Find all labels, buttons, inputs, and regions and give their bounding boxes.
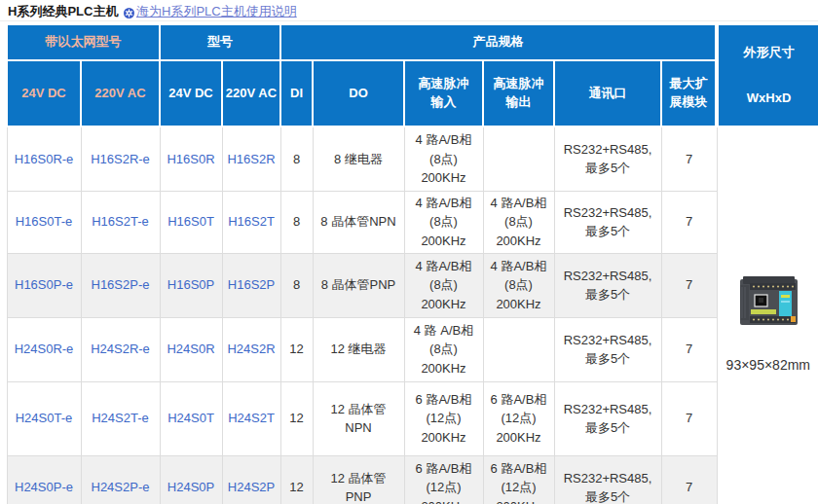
- model-link-eth-220v[interactable]: H16S2T-e: [81, 191, 160, 253]
- model-link-eth-220v[interactable]: H16S2R-e: [81, 126, 160, 191]
- comm-cell: RS232+RS485, 最多5个: [554, 253, 661, 317]
- model-link-220v[interactable]: H16S2T: [222, 191, 280, 253]
- max-expand-cell: 7: [661, 253, 717, 317]
- model-link-220v[interactable]: H16S2R: [222, 126, 280, 191]
- page: H系列经典PLC主机 海为H系列PLC主机使用说明: [0, 0, 818, 504]
- table-row: H16S0T-e H16S2T-e H16S0T H16S2T 8 8 晶体管N…: [7, 191, 818, 253]
- do-cell: 8 晶体管PNP: [313, 253, 404, 317]
- col-header-pulse-output: 高速脉冲 输出: [483, 60, 554, 127]
- max-expand-cell: 7: [661, 126, 717, 191]
- col-header-do: DO: [313, 60, 404, 127]
- model-link-eth-24v[interactable]: H16S0T-e: [7, 191, 81, 253]
- page-title: H系列经典PLC主机: [8, 3, 118, 20]
- pulse-out-cell: 4 路A/B相 (8点) 200KHz: [483, 253, 554, 317]
- di-cell: 8: [280, 191, 313, 253]
- col-header-pulse-input: 高速脉冲 输入: [404, 60, 483, 127]
- model-link-eth-24v[interactable]: H24S0T-e: [7, 381, 81, 455]
- table-row: H24S0T-e H24S2T-e H24S0T H24S2T 12 12 晶体…: [7, 381, 818, 455]
- model-link-24v[interactable]: H16S0R: [160, 126, 222, 191]
- comm-cell: RS232+RS485, 最多5个: [554, 381, 661, 455]
- di-cell: 8: [280, 126, 313, 191]
- di-cell: 12: [280, 455, 313, 504]
- header-models: 型号: [160, 24, 280, 60]
- max-expand-cell: 7: [661, 191, 717, 253]
- col-header-24vdc: 24V DC: [160, 60, 222, 127]
- col-header-220vac: 220V AC: [222, 60, 280, 127]
- dimension-text: 93×95×82mm: [720, 355, 818, 376]
- title-bar: H系列经典PLC主机 海为H系列PLC主机使用说明: [0, 0, 818, 21]
- do-cell: 8 继电器: [313, 126, 404, 191]
- do-cell: 12 晶体管 PNP: [313, 455, 404, 504]
- model-link-eth-24v[interactable]: H16S0P-e: [7, 253, 81, 317]
- pulse-out-cell: 4 路A/B相 (8点) 200KHz: [483, 191, 554, 253]
- col-header-eth-24vdc: 24V DC: [7, 60, 81, 127]
- header-column-row: 24V DC 220V AC 24V DC 220V AC DI DO 高速脉冲…: [7, 60, 818, 127]
- model-link-24v[interactable]: H16S0T: [160, 191, 222, 253]
- table-row: H16S0P-e H16S2P-e H16S0P H16S2P 8 8 晶体管P…: [7, 253, 818, 317]
- col-header-comm-port: 通讯口: [554, 60, 661, 127]
- pulse-in-cell: 6 路A/B相 (12点) 200KHz: [404, 381, 483, 455]
- dimensions-header-title: 外形尺寸: [719, 44, 818, 62]
- model-link-24v[interactable]: H16S0P: [160, 253, 222, 317]
- pulse-out-cell: [483, 317, 554, 381]
- gear-icon: [124, 7, 134, 18]
- max-expand-cell: 7: [661, 317, 717, 381]
- model-link-eth-220v[interactable]: H24S2R-e: [81, 317, 160, 381]
- max-expand-cell: 7: [661, 381, 717, 455]
- model-link-eth-220v[interactable]: H24S2T-e: [81, 381, 160, 455]
- comm-cell: RS232+RS485, 最多5个: [554, 455, 661, 504]
- col-header-max-expansion: 最大扩 展模块: [661, 60, 717, 127]
- comm-cell: RS232+RS485, 最多5个: [554, 126, 661, 191]
- header-ethernet-models: 带以太网型号: [7, 24, 160, 60]
- header-product-specs: 产品规格: [280, 24, 717, 60]
- model-link-eth-24v[interactable]: H24S0P-e: [7, 455, 81, 504]
- col-header-eth-220vac: 220V AC: [81, 60, 160, 127]
- di-cell: 12: [280, 317, 313, 381]
- header-dimensions: 外形尺寸 WxHxD: [717, 24, 818, 126]
- col-header-di: DI: [280, 60, 313, 127]
- usage-guide-link[interactable]: 海为H系列PLC主机使用说明: [124, 3, 297, 20]
- dimensions-cell: 93×95×82mm: [717, 126, 818, 504]
- table-row: H24S0R-e H24S2R-e H24S0R H24S2R 12 12 继电…: [7, 317, 818, 381]
- model-link-eth-24v[interactable]: H24S0R-e: [7, 317, 81, 381]
- pulse-out-cell: [483, 126, 554, 191]
- model-link-24v[interactable]: H24S0R: [160, 317, 222, 381]
- model-link-eth-220v[interactable]: H16S2P-e: [81, 253, 160, 317]
- do-cell: 8 晶体管NPN: [313, 191, 404, 253]
- pulse-in-cell: 4 路A/B相 (8点) 200KHz: [404, 126, 483, 191]
- usage-guide-link-label: 海为H系列PLC主机使用说明: [136, 3, 297, 20]
- pulse-in-cell: 4 路A/B相 (8点) 200KHz: [404, 191, 483, 253]
- pulse-out-cell: 6 路A/B相 (12点) 200KHz: [483, 381, 554, 455]
- plc-product-image: [735, 271, 801, 332]
- model-link-24v[interactable]: H24S0P: [160, 455, 222, 504]
- table-row: H16S0R-e H16S2R-e H16S0R H16S2R 8 8 继电器 …: [7, 126, 818, 191]
- model-link-220v[interactable]: H24S2T: [222, 381, 280, 455]
- pulse-out-cell: 6 路A/B相 (12点) 200KHz: [483, 455, 554, 504]
- do-cell: 12 继电器: [313, 317, 404, 381]
- model-link-eth-220v[interactable]: H24S2P-e: [81, 455, 160, 504]
- do-cell: 12 晶体管 NPN: [313, 381, 404, 455]
- model-link-220v[interactable]: H16S2P: [222, 253, 280, 317]
- spec-table: 带以太网型号 型号 产品规格 外形尺寸 WxHxD 24V DC 220V AC…: [6, 23, 818, 504]
- model-link-220v[interactable]: H24S2R: [222, 317, 280, 381]
- model-link-24v[interactable]: H24S0T: [160, 381, 222, 455]
- table-row: H24S0P-e H24S2P-e H24S0P H24S2P 12 12 晶体…: [7, 455, 818, 504]
- pulse-in-cell: 4 路A/B相 (8点) 200KHz: [404, 253, 483, 317]
- comm-cell: RS232+RS485, 最多5个: [554, 191, 661, 253]
- comm-cell: RS232+RS485, 最多5个: [554, 317, 661, 381]
- model-link-eth-24v[interactable]: H16S0R-e: [7, 126, 81, 191]
- pulse-in-cell: 4 路 A/B相 (8点) 200KHz: [404, 317, 483, 381]
- di-cell: 12: [280, 381, 313, 455]
- di-cell: 8: [280, 253, 313, 317]
- header-group-row: 带以太网型号 型号 产品规格 外形尺寸 WxHxD: [7, 24, 818, 60]
- pulse-in-cell: 6 路A/B相 (12点) 200KHz: [404, 455, 483, 504]
- dimensions-header-subtitle: WxHxD: [719, 90, 818, 108]
- model-link-220v[interactable]: H24S2P: [222, 455, 280, 504]
- max-expand-cell: 7: [661, 455, 717, 504]
